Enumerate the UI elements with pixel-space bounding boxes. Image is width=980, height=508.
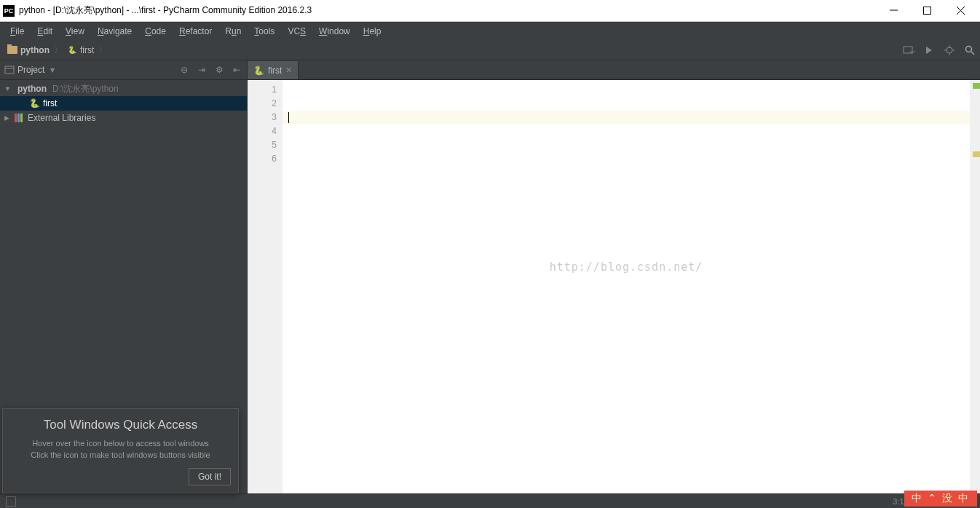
tab-label: first (268, 66, 282, 76)
tree-project-path: D:\沈永亮\python (52, 83, 119, 95)
ime-indicator[interactable]: 中 ⌃ 没 中 (904, 491, 977, 507)
close-button[interactable] (949, 4, 971, 18)
window-title: python - [D:\沈永亮\python] - ...\first - P… (19, 4, 882, 17)
editor-tab-bar: 🐍 first ✕ (248, 60, 980, 80)
line-number: 2 (250, 97, 277, 111)
line-number: 3 (250, 111, 277, 124)
popup-line1: Hover over the icon below to access tool… (10, 438, 231, 449)
breadcrumb-file[interactable]: 🐍 first (64, 44, 97, 57)
menu-view[interactable]: View (60, 24, 90, 39)
breadcrumb-file-label: first (80, 45, 94, 55)
breadcrumb-root-label: python (20, 45, 50, 55)
menu-file[interactable]: File (4, 24, 30, 39)
menu-vcs[interactable]: VCS (282, 24, 312, 39)
error-stripe[interactable] (970, 80, 980, 493)
status-marker-ok (973, 83, 980, 89)
tool-windows-toggle-icon[interactable] (6, 496, 16, 507)
project-tool-header: Project ▾ ⊖ ⇥ ⚙ ⇤ (0, 60, 247, 80)
caret-position[interactable]: 3:1 (893, 497, 904, 506)
svg-rect-12 (5, 66, 14, 74)
line-number: 1 (250, 83, 277, 97)
tree-expand-icon[interactable]: ▼ (4, 85, 12, 92)
run-button[interactable] (923, 44, 935, 56)
debug-button[interactable] (944, 44, 955, 56)
project-view-dropdown[interactable]: ▾ (50, 65, 55, 75)
editor-area: 🐍 first ✕ 1 2 3 4 5 6 http://blog.c (248, 60, 980, 493)
tree-external-label: External Libraries (28, 113, 95, 123)
minimize-button[interactable] (882, 4, 904, 18)
menu-run[interactable]: Run (219, 24, 247, 39)
svg-line-11 (971, 52, 974, 55)
popup-title: Tool Windows Quick Access (10, 418, 231, 432)
scroll-from-source-icon[interactable]: ⇥ (196, 65, 208, 75)
menu-navigate[interactable]: Navigate (92, 24, 138, 39)
python-file-icon: 🐍 (253, 66, 264, 76)
menu-window[interactable]: Window (313, 24, 356, 39)
svg-point-10 (966, 46, 972, 52)
menu-bar: File Edit View Navigate Code Refactor Ru… (0, 22, 980, 40)
tree-file-label: first (43, 98, 57, 108)
code-text-area[interactable]: http://blog.csdn.net/ (282, 80, 970, 493)
project-sidebar: Project ▾ ⊖ ⇥ ⚙ ⇤ ▼ python D:\沈永亮\python… (0, 60, 248, 493)
settings-gear-icon[interactable]: ⚙ (213, 65, 225, 75)
menu-tools[interactable]: Tools (248, 24, 280, 39)
menu-code[interactable]: Code (139, 24, 172, 39)
tree-file-first[interactable]: 🐍 first (0, 96, 247, 111)
libraries-icon (15, 114, 25, 122)
popup-line2: Click the icon to make tool windows butt… (10, 450, 231, 461)
navigation-bar: python 〉 🐍 first 〉 (0, 40, 980, 60)
line-number: 5 (250, 138, 277, 152)
folder-icon (7, 46, 17, 54)
svg-rect-1 (923, 7, 930, 15)
tool-windows-tip-popup: Tool Windows Quick Access Hover over the… (2, 408, 239, 493)
tab-close-icon[interactable]: ✕ (285, 66, 292, 75)
menu-edit[interactable]: Edit (31, 24, 58, 39)
menu-refactor[interactable]: Refactor (173, 24, 218, 39)
app-icon: PC (3, 5, 15, 17)
tree-external-libraries[interactable]: ▶ External Libraries (0, 111, 247, 125)
python-file-icon: 🐍 (29, 98, 40, 108)
hide-tool-icon[interactable]: ⇤ (231, 65, 242, 75)
editor-tab-first[interactable]: 🐍 first ✕ (248, 61, 299, 79)
line-number: 6 (250, 152, 277, 166)
svg-point-5 (947, 47, 952, 53)
watermark-text: http://blog.csdn.net/ (550, 261, 703, 274)
line-gutter: 1 2 3 4 5 6 (248, 80, 282, 493)
collapse-all-icon[interactable]: ⊖ (178, 65, 190, 75)
status-marker-warn[interactable] (973, 151, 980, 157)
got-it-button[interactable]: Got it! (189, 468, 231, 485)
python-file-icon: 🐍 (67, 45, 77, 55)
code-editor[interactable]: 1 2 3 4 5 6 http://blog.csdn.net/ (248, 80, 980, 493)
tree-project-root[interactable]: ▼ python D:\沈永亮\python (0, 82, 247, 96)
line-number: 4 (250, 124, 277, 138)
project-tool-title: Project (17, 65, 44, 75)
tree-expand-icon[interactable]: ▶ (4, 114, 12, 122)
text-cursor (288, 112, 289, 123)
chevron-right-icon: 〉 (54, 44, 63, 56)
run-config-dropdown[interactable] (903, 44, 914, 56)
tree-project-name: python (17, 84, 47, 94)
search-everywhere-button[interactable] (964, 44, 976, 56)
maximize-button[interactable] (916, 4, 938, 18)
window-titlebar: PC python - [D:\沈永亮\python] - ...\first … (0, 0, 980, 22)
menu-help[interactable]: Help (357, 24, 387, 39)
chevron-right-icon: 〉 (98, 44, 107, 56)
status-bar: 3:1 n/a UTF-8 🔒 中 ⌃ 没 中 (0, 493, 980, 508)
breadcrumb-root[interactable]: python (4, 44, 52, 57)
project-icon (4, 65, 15, 75)
